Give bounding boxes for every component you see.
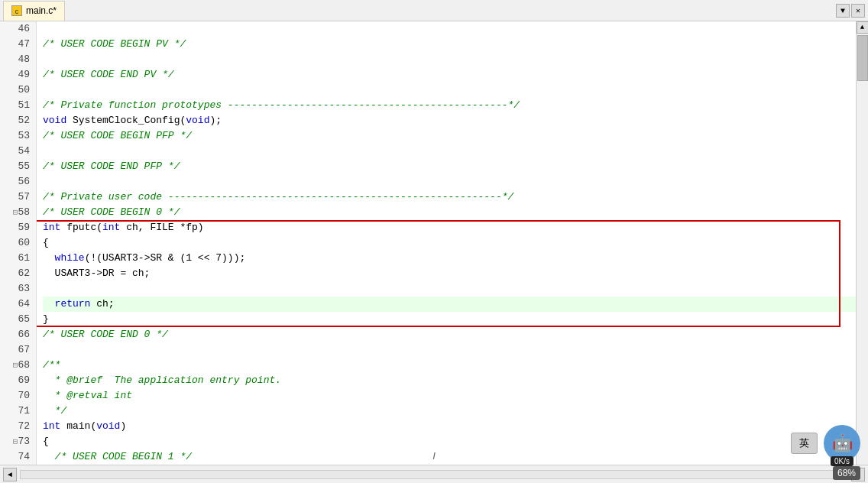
line-number: ⊟68	[6, 358, 30, 373]
code-line: /* USER CODE END PV */	[43, 67, 856, 83]
code-line: }	[43, 312, 856, 327]
line-number: 72	[6, 419, 30, 434]
line-number: ⊟73	[6, 434, 30, 449]
code-line: while(!(USART3->SR & (1 << 7)));	[43, 251, 856, 266]
code-line: /* USER CODE BEGIN PFP */	[43, 128, 856, 144]
line-number: 56	[6, 174, 30, 190]
line-number: 63	[6, 281, 30, 297]
robot-widget[interactable]: 🤖 0K/s	[824, 425, 860, 462]
line-number: 49	[6, 67, 30, 83]
code-line	[43, 281, 856, 297]
line-number: 69	[6, 373, 30, 388]
line-number: 57	[6, 190, 30, 205]
tab-label: main.c*	[26, 5, 57, 16]
line-numbers: 464748495051525354555657⊟585960616263646…	[0, 21, 37, 483]
code-line: * @brief The application entry point.	[43, 373, 856, 388]
line-number: 66	[6, 327, 30, 342]
line-number: 53	[6, 128, 30, 144]
code-line	[43, 83, 856, 98]
code-line	[43, 342, 856, 358]
code-line: void SystemClock_Config(void);	[43, 113, 856, 128]
scrollbar-vertical[interactable]: ▲	[856, 21, 868, 483]
code-line: {	[43, 235, 856, 251]
horizontal-scrollbar[interactable]	[20, 470, 848, 479]
line-number: 47	[6, 37, 30, 52]
editor-tab[interactable]: c main.c*	[3, 1, 65, 21]
code-line: /* USER CODE BEGIN PV */	[43, 37, 856, 52]
percent-badge: 68%	[833, 466, 860, 480]
code-line: int main(void)	[43, 419, 856, 434]
code-line: */	[43, 404, 856, 419]
language-button[interactable]: 英	[791, 433, 818, 454]
line-number: 70	[6, 388, 30, 404]
line-number: 50	[6, 83, 30, 98]
line-number: 60	[6, 235, 30, 251]
file-icon: c	[11, 5, 22, 16]
code-line: /* USER CODE END PFP */	[43, 159, 856, 174]
code-line: /* USER CODE BEGIN 0 */	[43, 205, 856, 220]
code-line	[43, 21, 856, 37]
code-line: /**	[43, 358, 856, 373]
code-line	[43, 174, 856, 190]
nav-left-button[interactable]: ◄	[3, 468, 17, 481]
line-number: 59	[6, 220, 30, 235]
code-area[interactable]: 464748495051525354555657⊟585960616263646…	[0, 21, 868, 483]
status-bar: ◄ ►	[0, 465, 868, 483]
code-line: * @retval int	[43, 388, 856, 404]
line-number: 52	[6, 113, 30, 128]
code-content[interactable]: /* USER CODE BEGIN PV */ /* USER CODE EN…	[37, 21, 856, 483]
line-number: 51	[6, 98, 30, 113]
code-line: /* USER CODE BEGIN 1 */	[43, 449, 856, 465]
code-line	[43, 144, 856, 159]
title-bar: c main.c* ▼ ✕	[0, 0, 868, 21]
code-line: /* USER CODE END 0 */	[43, 327, 856, 342]
speed-badge: 0K/s	[831, 456, 853, 466]
line-number: 62	[6, 266, 30, 281]
editor-container: 464748495051525354555657⊟585960616263646…	[0, 21, 868, 483]
cursor-indicator: I	[432, 450, 436, 462]
line-number: 46	[6, 21, 30, 37]
line-number: 67	[6, 342, 30, 358]
code-line: {	[43, 434, 856, 449]
code-line: USART3->DR = ch;	[43, 266, 856, 281]
line-number: 54	[6, 144, 30, 159]
code-line: /* Private function prototypes ---------…	[43, 98, 856, 113]
code-line: int fputc(int ch, FILE *fp)	[43, 220, 856, 235]
line-number: 74	[6, 449, 30, 465]
scrollbar-up-button[interactable]: ▲	[857, 21, 869, 34]
window-controls: ▼ ✕	[836, 4, 865, 18]
scrollbar-thumb[interactable]	[857, 35, 868, 81]
close-button[interactable]: ✕	[851, 4, 865, 18]
line-number: 61	[6, 251, 30, 266]
line-number: 48	[6, 52, 30, 67]
speed-value: 0K/s	[834, 457, 850, 465]
line-number: ⊟58	[6, 205, 30, 220]
code-line: return ch;	[43, 297, 856, 312]
line-number: 64	[6, 297, 30, 312]
bottom-right-area: 英 🤖 0K/s	[791, 425, 860, 462]
pin-button[interactable]: ▼	[836, 4, 850, 18]
line-number: 55	[6, 159, 30, 174]
code-line: /* Private user code -------------------…	[43, 190, 856, 205]
line-number: 71	[6, 404, 30, 419]
line-number: 65	[6, 312, 30, 327]
code-line	[43, 52, 856, 67]
